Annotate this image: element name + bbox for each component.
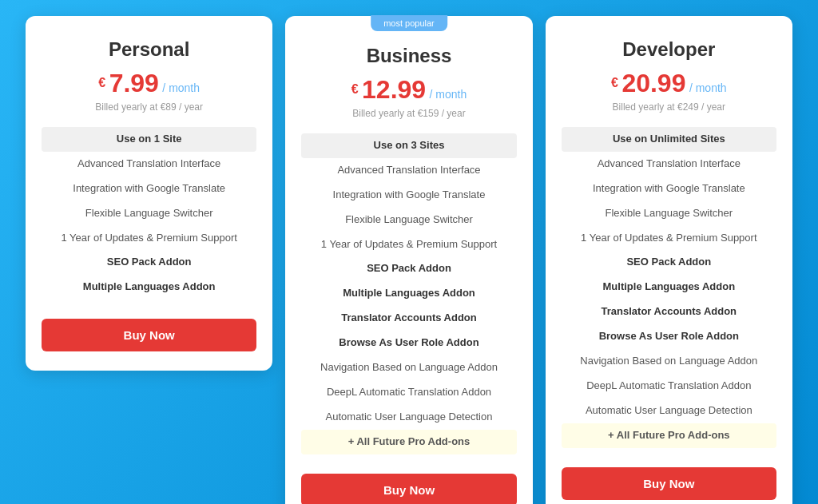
feature-item-developer-3: Flexible Language Switcher [562, 201, 776, 226]
price-row-developer: € 20.99 / month [562, 69, 776, 98]
feature-item-developer-7: Translator Accounts Addon [562, 300, 776, 324]
feature-item-business-5: SEO Pack Addon [301, 256, 516, 281]
most-popular-badge: most popular [371, 15, 447, 31]
feature-item-business-6: Multiple Languages Addon [301, 281, 516, 306]
plan-name-business: Business [301, 45, 516, 67]
feature-item-business-2: Integration with Google Translate [301, 183, 516, 208]
feature-item-developer-8: Browse As User Role Addon [562, 324, 776, 349]
pricing-container: Personal € 7.99 / month Billed yearly at… [26, 16, 792, 504]
features-list-personal: Use on 1 SiteAdvanced Translation Interf… [42, 127, 256, 300]
buy-button-developer[interactable]: Buy Now [562, 467, 776, 500]
price-symbol-personal: € [98, 76, 105, 89]
price-amount-personal: 7.99 [109, 69, 159, 97]
feature-item-business-0: Use on 3 Sites [301, 133, 516, 158]
plan-name-personal: Personal [42, 38, 256, 61]
feature-item-developer-0: Use on Unlimited Sites [562, 127, 776, 152]
feature-item-developer-11: Automatic User Language Detection [562, 399, 776, 423]
feature-item-developer-4: 1 Year of Updates & Premium Support [562, 226, 776, 251]
plan-card-personal: Personal € 7.99 / month Billed yearly at… [26, 16, 272, 371]
feature-item-personal-0: Use on 1 Site [42, 127, 256, 152]
buy-button-business[interactable]: Buy Now [301, 474, 516, 504]
billed-yearly-business: Billed yearly at €159 / year [301, 108, 516, 119]
price-row-personal: € 7.99 / month [42, 69, 256, 98]
features-list-developer: Use on Unlimited SitesAdvanced Translati… [562, 127, 776, 448]
billed-yearly-developer: Billed yearly at €249 / year [562, 101, 776, 113]
feature-item-developer-12: + All Future Pro Add-ons [562, 423, 776, 448]
price-amount-business: 12.99 [362, 75, 426, 104]
feature-item-business-3: Flexible Language Switcher [301, 208, 516, 232]
feature-item-developer-6: Multiple Languages Addon [562, 275, 776, 300]
feature-item-business-1: Advanced Translation Interface [301, 158, 516, 183]
price-row-business: € 12.99 / month [301, 75, 516, 105]
feature-item-developer-5: SEO Pack Addon [562, 250, 776, 275]
feature-item-personal-6: Multiple Languages Addon [42, 275, 256, 300]
feature-item-business-7: Translator Accounts Addon [301, 306, 516, 331]
price-period-developer: / month [689, 81, 727, 94]
feature-item-business-8: Browse As User Role Addon [301, 331, 516, 355]
feature-item-personal-5: SEO Pack Addon [42, 250, 256, 275]
price-symbol-business: € [351, 82, 359, 96]
feature-item-business-12: + All Future Pro Add-ons [301, 430, 516, 454]
plan-name-developer: Developer [562, 38, 776, 61]
billed-yearly-personal: Billed yearly at €89 / year [42, 101, 256, 113]
buy-button-personal[interactable]: Buy Now [42, 319, 256, 351]
feature-item-personal-2: Integration with Google Translate [42, 177, 256, 201]
price-period-personal: / month [162, 81, 200, 94]
feature-item-personal-4: 1 Year of Updates & Premium Support [42, 226, 256, 251]
price-period-business: / month [430, 88, 467, 101]
price-symbol-developer: € [611, 76, 618, 89]
feature-item-business-10: DeepL Automatic Translation Addon [301, 380, 516, 405]
feature-item-personal-1: Advanced Translation Interface [42, 152, 256, 177]
feature-item-business-11: Automatic User Language Detection [301, 405, 516, 430]
feature-item-developer-10: DeepL Automatic Translation Addon [562, 374, 776, 399]
feature-item-developer-2: Integration with Google Translate [562, 177, 776, 201]
price-amount-developer: 20.99 [621, 69, 685, 97]
features-list-business: Use on 3 SitesAdvanced Translation Inter… [301, 133, 516, 454]
feature-item-developer-9: Navigation Based on Language Addon [562, 349, 776, 374]
plan-card-developer: Developer € 20.99 / month Billed yearly … [546, 16, 792, 504]
feature-item-business-4: 1 Year of Updates & Premium Support [301, 232, 516, 257]
plan-card-business: most popular Business € 12.99 / month Bi… [285, 16, 532, 504]
feature-item-business-9: Navigation Based on Language Addon [301, 355, 516, 380]
feature-item-developer-1: Advanced Translation Interface [562, 152, 776, 177]
feature-item-personal-3: Flexible Language Switcher [42, 201, 256, 226]
